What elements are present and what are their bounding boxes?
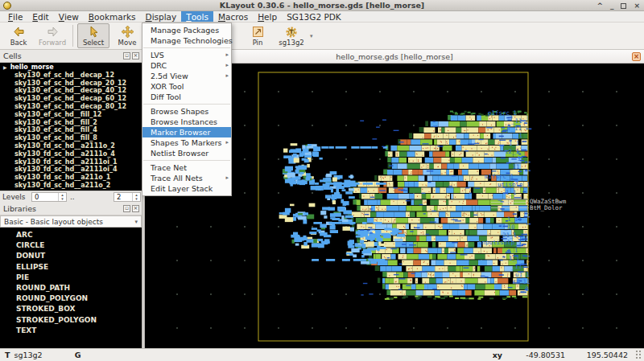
cell-item-sky130-ef-sc-hd-fill-2[interactable]: sky130_ef_sc_hd__fill_2 [0,119,142,127]
net-label: utisolp_1 [497,182,530,188]
cell-item-sky130-ef-sc-hd-fill-12[interactable]: sky130_ef_sc_hd__fill_12 [0,111,142,119]
sg13g2-button[interactable]: Tsg13g2 [275,23,308,48]
menu-separator [143,47,230,48]
net-label: inputisolp_1 [478,240,522,246]
menu-sg13g2-pdk[interactable]: SG13G2 PDK [282,11,346,22]
maximize-icon[interactable] [621,3,626,9]
menu-separator [143,104,230,105]
menuitem-lvs[interactable]: LVS▸ [142,50,231,60]
forward-button[interactable]: Forward [36,23,68,48]
cell-item-sky130-fd-sc-hd-a2111o-2[interactable]: sky130_fd_sc_hd__a2111o_2 [0,142,142,150]
menu-help[interactable]: Help [253,11,282,22]
menuitem-manage-packages[interactable]: Manage Packages [142,25,231,35]
move-button[interactable]: Move [111,23,143,48]
menuitem-manage-technologies[interactable]: Manage Technologies [142,35,231,46]
cursor-y-value: 195.50442 [565,351,628,359]
pin-button[interactable]: Pin [242,23,274,48]
menu-edit[interactable]: Edit [27,11,53,22]
library-item-round-polygon[interactable]: ROUND_POLYGON [0,293,142,304]
titlebar[interactable]: KLayout 0.30.6 - hello_morse.gds [hello_… [0,0,644,11]
net-label: t2_1 [505,149,519,155]
menuitem-trace-all-nets[interactable]: Trace All Nets▸ [142,173,231,183]
close-icon[interactable]: × [634,2,640,10]
cell-item-sky130-ef-sc-hd-decap-12[interactable]: sky130_ef_sc_hd__decap_12 [0,72,142,80]
net-label: 21_1 [502,232,517,239]
library-item-text[interactable]: TEXT [0,326,142,336]
shade-icon[interactable]: ^ [597,2,603,10]
library-item-donut[interactable]: DONUT [0,251,142,261]
statusbar: T sg13g2 G xy -49.80531 195.50442 [0,348,644,361]
net-label: p1fsrc_1 [488,110,517,117]
library-select[interactable]: Basic - Basic layout objects ▾ [0,215,142,228]
cell-item-sky130-ef-sc-hd-decap-60-12[interactable]: sky130_ef_sc_hd__decap_60_12 [0,95,142,103]
expander-icon[interactable]: ▶ [3,64,7,70]
toolbar: BackForwardSelectMoveRulerPinTsg13g2▾ [0,23,644,50]
tools-menu-popup: Manage PackagesManage TechnologiesLVS▸DR… [142,23,232,196]
net-label: _8 [522,286,529,293]
library-item-arc[interactable]: ARC [0,230,142,240]
grid-flag: G [75,351,81,359]
menu-tools[interactable]: Tools [181,11,213,22]
resize-grip[interactable] [634,351,642,360]
cell-item-sky130-fd-sc-hd-a2111oi-1[interactable]: sky130_fd_sc_hd__a2111oi_1 [0,158,142,166]
menuitem-marker-browser[interactable]: Marker Browser [142,127,231,137]
panel-close-icon[interactable]: × [132,52,139,59]
library-item-round-path[interactable]: ROUND_PATH [0,283,142,293]
menu-display[interactable]: Display [141,11,182,22]
menuitem-browse-shapes[interactable]: Browse Shapes [142,106,231,117]
net-label: _11 [509,164,520,170]
library-item-circle[interactable]: CIRCLE [0,240,142,251]
back-button[interactable]: Back [2,23,35,48]
menu-macros[interactable]: Macros [213,11,253,22]
select-button[interactable]: Select [77,23,109,48]
levels-to-spinner[interactable]: 2 ▴▾ [114,192,141,202]
cell-item-sky130-ef-sc-hd-fill-8[interactable]: sky130_ef_sc_hd__fill_8 [0,134,142,142]
cell-item-sky130-fd-sc-hd-a2111oi-4[interactable]: sky130_fd_sc_hd__a2111oi_4 [0,166,142,174]
cell-item-sky130-ef-sc-hd-decap-40-12[interactable]: sky130_ef_sc_hd__decap_40_12 [0,87,142,95]
panel-float-icon[interactable]: ▫ [123,52,130,59]
submenu-arrow-icon: ▸ [225,60,229,71]
menuitem-browse-instances[interactable]: Browse Instances [142,117,231,127]
spinner-arrows-icon[interactable]: ▴▾ [58,193,66,201]
cell-item-sky130-fd-sc-hd-a2111o-4[interactable]: sky130_fd_sc_hd__a2111o_4 [0,150,142,158]
menu-file[interactable]: File [3,11,27,22]
menuitem-drc[interactable]: DRC▸ [142,60,231,71]
menuitem-diff-tool[interactable]: Diff Tool [142,92,231,102]
spinner-arrows-icon[interactable]: ▴▾ [132,193,140,201]
libraries-list[interactable]: ARCCIRCLEDONUTELLIPSEPIEROUND_PATHROUND_… [0,228,142,348]
toolbar-button-label: Back [10,39,27,47]
toolbar-overflow-icon[interactable]: ▾ [310,33,313,39]
net-label: 1_11 [507,216,522,223]
library-select-value: Basic - Basic layout objects [4,218,103,226]
menuitem-xor-tool[interactable]: XOR Tool [142,81,231,92]
menuitem-shapes-to-markers[interactable]: Shapes To Markers▸ [142,137,231,148]
cells-panel-header: Cells ▫ × [0,50,142,63]
cell-item-hello-morse[interactable]: ▶hello_morse [0,64,142,72]
menuitem-2-5d-view[interactable]: 2.5d View▸ [142,71,231,81]
cell-item-sky130-ef-sc-hd-decap-80-12[interactable]: sky130_ef_sc_hd__decap_80_12 [0,103,142,111]
minimize-icon[interactable]: _ [610,2,614,10]
library-item-pie[interactable]: PIE [0,273,142,283]
cell-item-sky130-fd-sc-hd-a211o-1[interactable]: sky130_fd_sc_hd__a211o_1 [0,174,142,182]
menuitem-trace-net[interactable]: Trace Net [142,162,231,173]
library-item-stroked-polygon[interactable]: STROKED_POLYGON [0,315,142,326]
menu-bookmarks[interactable]: Bookmarks [84,11,141,22]
submenu-arrow-icon: ▸ [225,50,229,60]
cell-item-sky130-ef-sc-hd-decap-20-12[interactable]: sky130_ef_sc_hd__decap_20_12 [0,80,142,88]
menuitem-netlist-browser[interactable]: Netlist Browser [142,148,231,158]
cells-list[interactable]: ▶hello_morsesky130_ef_sc_hd__decap_12sky… [0,63,142,191]
submenu-arrow-icon: ▸ [225,137,229,148]
levels-from-spinner[interactable]: 0 ▴▾ [31,192,67,202]
cell-item-sky130-ef-sc-hd-fill-4[interactable]: sky130_ef_sc_hd__fill_4 [0,126,142,134]
menuitem-edit-layer-stack[interactable]: Edit Layer Stack [142,183,231,194]
panel-float-icon[interactable]: ▫ [123,205,130,212]
net-label: f_11 [507,125,522,132]
cell-item-sky130-fd-sc-hd-a211o-2[interactable]: sky130_fd_sc_hd__a211o_2 [0,182,142,190]
library-item-stroked-box[interactable]: STROKED_BOX [0,304,142,314]
layout-tab[interactable]: hello_morse.gds [hello_morse] [336,52,452,61]
panel-close-icon[interactable]: × [132,205,139,212]
menu-view[interactable]: View [54,11,84,22]
library-item-ellipse[interactable]: ELLIPSE [0,262,142,273]
tab-close-icon[interactable]: × [632,52,641,61]
toolbar-button-label: Move [118,39,137,47]
